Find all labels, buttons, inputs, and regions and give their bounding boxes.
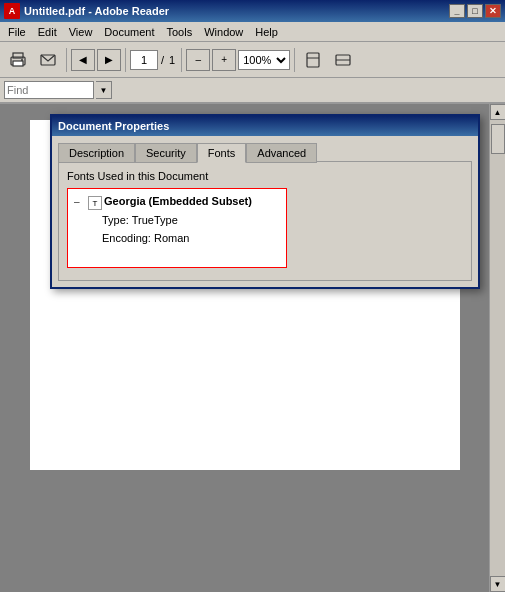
dialog-title-bar: Document Properties bbox=[52, 116, 478, 136]
page-separator: / bbox=[161, 54, 164, 66]
font-name: Georgia (Embedded Subset) bbox=[104, 195, 252, 207]
scroll-down-button[interactable]: ▼ bbox=[490, 576, 506, 592]
fonts-tab-panel: Fonts Used in this Document – T Georgia … bbox=[58, 161, 472, 281]
nav-forward-button[interactable]: ▶ bbox=[97, 49, 121, 71]
dialog-content: Description Security Fonts Advanced Font… bbox=[52, 136, 478, 287]
zoom-out-button[interactable]: – bbox=[186, 49, 210, 71]
fit-width-button[interactable] bbox=[329, 46, 357, 74]
pdf-area: The Broderbund PDF conversion program co… bbox=[0, 104, 489, 592]
print-button[interactable] bbox=[4, 46, 32, 74]
zoom-in-button[interactable]: + bbox=[212, 49, 236, 71]
title-bar-left: A Untitled.pdf - Adobe Reader bbox=[4, 3, 169, 19]
email-icon bbox=[39, 51, 57, 69]
menu-window[interactable]: Window bbox=[198, 24, 249, 40]
tree-expand-icon[interactable]: – bbox=[74, 196, 86, 207]
dialog-title: Document Properties bbox=[58, 120, 169, 132]
print-icon bbox=[9, 51, 27, 69]
maximize-button[interactable]: □ bbox=[467, 4, 483, 18]
menu-file[interactable]: File bbox=[2, 24, 32, 40]
find-input[interactable] bbox=[4, 81, 94, 99]
minimize-button[interactable]: _ bbox=[449, 4, 465, 18]
tab-fonts[interactable]: Fonts bbox=[197, 143, 247, 163]
dialog-tabs: Description Security Fonts Advanced bbox=[58, 142, 472, 162]
menu-view[interactable]: View bbox=[63, 24, 99, 40]
zoom-select[interactable]: 100% 75% 125% 150% bbox=[238, 50, 290, 70]
toolbar-sep-1 bbox=[66, 48, 67, 72]
font-details: Type: TrueType Encoding: Roman bbox=[102, 212, 280, 247]
title-bar-controls: _ □ ✕ bbox=[449, 4, 501, 18]
scroll-thumb[interactable] bbox=[491, 124, 505, 154]
fonts-tree-area: – T Georgia (Embedded Subset) Type: True… bbox=[67, 188, 287, 268]
main-content: The Broderbund PDF conversion program co… bbox=[0, 104, 505, 592]
tab-advanced[interactable]: Advanced bbox=[246, 143, 317, 163]
find-bar: ▼ bbox=[0, 78, 505, 104]
font-type-row: Type: TrueType bbox=[102, 212, 280, 230]
page-nav-group: / 1 bbox=[130, 50, 177, 70]
fit-page-icon bbox=[304, 51, 322, 69]
find-dropdown-button[interactable]: ▼ bbox=[96, 81, 112, 99]
tab-security[interactable]: Security bbox=[135, 143, 197, 163]
window-title: Untitled.pdf - Adobe Reader bbox=[24, 5, 169, 17]
toolbar: ◀ ▶ / 1 – + 100% 75% 125% 150% bbox=[0, 42, 505, 78]
page-total: 1 bbox=[169, 54, 175, 66]
tab-description[interactable]: Description bbox=[58, 143, 135, 163]
document-properties-dialog: Document Properties Description Security… bbox=[50, 114, 480, 289]
scroll-up-button[interactable]: ▲ bbox=[490, 104, 506, 120]
tree-row-font: – T Georgia (Embedded Subset) bbox=[74, 195, 280, 210]
svg-rect-2 bbox=[13, 61, 23, 66]
app-icon: A bbox=[4, 3, 20, 19]
vertical-scrollbar: ▲ ▼ bbox=[489, 104, 505, 592]
email-button[interactable] bbox=[34, 46, 62, 74]
title-bar: A Untitled.pdf - Adobe Reader _ □ ✕ bbox=[0, 0, 505, 22]
font-type-icon: T bbox=[88, 196, 102, 210]
page-current-input[interactable] bbox=[130, 50, 158, 70]
close-button[interactable]: ✕ bbox=[485, 4, 501, 18]
menu-help[interactable]: Help bbox=[249, 24, 284, 40]
toolbar-sep-4 bbox=[294, 48, 295, 72]
app-icon-letter: A bbox=[9, 6, 16, 16]
fit-page-button[interactable] bbox=[299, 46, 327, 74]
menu-bar: File Edit View Document Tools Window Hel… bbox=[0, 22, 505, 42]
nav-back-button[interactable]: ◀ bbox=[71, 49, 95, 71]
menu-tools[interactable]: Tools bbox=[161, 24, 199, 40]
fonts-group-label: Fonts Used in this Document bbox=[67, 170, 463, 182]
menu-edit[interactable]: Edit bbox=[32, 24, 63, 40]
toolbar-sep-2 bbox=[125, 48, 126, 72]
scroll-track[interactable] bbox=[490, 120, 506, 576]
menu-document[interactable]: Document bbox=[98, 24, 160, 40]
font-encoding-row: Encoding: Roman bbox=[102, 230, 280, 248]
svg-point-3 bbox=[21, 59, 23, 61]
fit-width-icon bbox=[334, 51, 352, 69]
toolbar-sep-3 bbox=[181, 48, 182, 72]
svg-rect-5 bbox=[307, 53, 319, 67]
